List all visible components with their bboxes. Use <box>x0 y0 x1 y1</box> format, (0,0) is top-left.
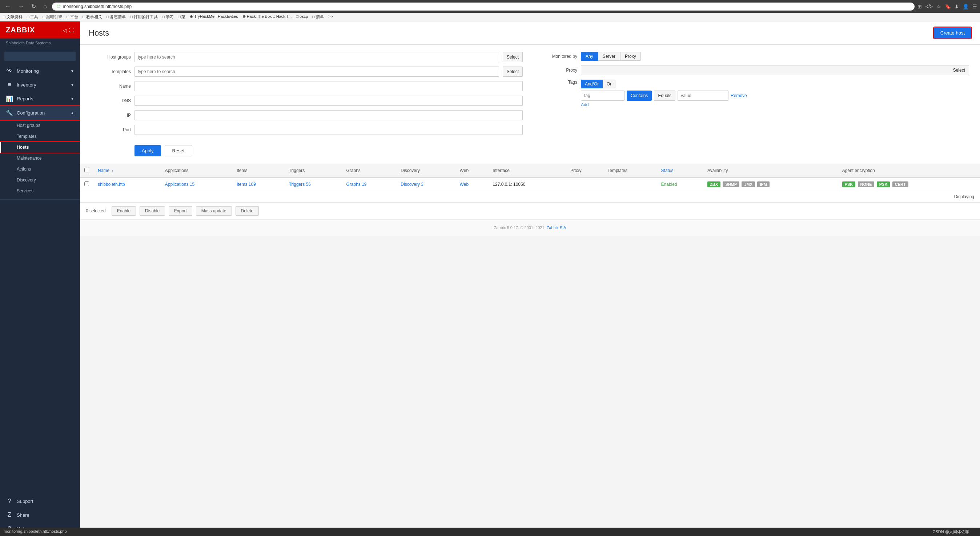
address-bar[interactable]: 🛡 monitoring.shibboleth.htb/hosts.php <box>52 3 915 11</box>
sidebar-item-monitoring[interactable]: 👁 Monitoring ▼ <box>0 64 80 78</box>
proxy-input[interactable] <box>581 65 950 75</box>
sidebar-item-support[interactable]: ? Support <box>0 494 80 508</box>
dns-input[interactable] <box>135 96 523 106</box>
sidebar-sub-maintenance[interactable]: Maintenance <box>0 153 80 164</box>
host-name-link[interactable]: shibboleth.htb <box>98 182 125 187</box>
bookmark-tryhackme[interactable]: ⊕ TryHackMe | Hacktivities <box>190 14 238 20</box>
th-web: Web <box>455 164 488 177</box>
app-container: ZABBIX ◁ ⛶ Shibboleth Data Systems 🔍 👁 M… <box>0 21 980 536</box>
disable-button[interactable]: Disable <box>140 206 165 215</box>
browser-chrome: ← → ↻ ⌂ 🛡 monitoring.shibboleth.htb/host… <box>0 0 980 13</box>
delete-button[interactable]: Delete <box>235 206 259 215</box>
sidebar-sub-discovery[interactable]: Discovery <box>0 175 80 185</box>
nav-forward-button[interactable]: → <box>16 3 26 11</box>
row-checkbox[interactable] <box>84 182 89 186</box>
menu-icon[interactable]: ☰ <box>972 4 977 10</box>
th-name[interactable]: Name ↑ <box>94 164 161 177</box>
reports-icon: 📊 <box>6 95 13 102</box>
proxy-select-button[interactable]: Select <box>950 65 969 75</box>
sidebar-search-input[interactable] <box>4 52 76 61</box>
tag-contains-button[interactable]: Contains <box>627 91 652 101</box>
footer-link[interactable]: Zabbix SIA <box>547 225 566 230</box>
sidebar-item-label: Inventory <box>17 82 36 88</box>
tag-or-button[interactable]: Or <box>603 80 616 88</box>
sidebar-item-inventory[interactable]: ≡ Inventory ▼ <box>0 78 80 92</box>
templates-input[interactable] <box>135 67 499 77</box>
user-icon[interactable]: 👤 <box>963 4 969 10</box>
sidebar-sub-templates[interactable]: Templates <box>0 131 80 142</box>
ip-input[interactable] <box>135 110 523 120</box>
sidebar-item-configuration[interactable]: 🔧 Configuration ▲ <box>0 106 80 120</box>
monitored-proxy-button[interactable]: Proxy <box>620 52 641 61</box>
expand-icon[interactable]: ⛶ <box>69 27 74 33</box>
th-discovery: Discovery <box>396 164 455 177</box>
bookmark-beiwang[interactable]: □ 备忘清单 <box>107 14 126 20</box>
sidebar-item-reports[interactable]: 📊 Reports ▼ <box>0 92 80 106</box>
sidebar-sub-host-groups[interactable]: Host groups <box>0 120 80 131</box>
graphs-count: 19 <box>362 182 366 187</box>
monitored-any-button[interactable]: Any <box>581 52 598 61</box>
nav-back-button[interactable]: ← <box>3 3 13 11</box>
bookmark-haoyong[interactable]: □ 好用的好工具 <box>130 14 158 20</box>
graphs-link[interactable]: Graphs 19 <box>346 182 366 187</box>
tag-remove-button[interactable]: Remove <box>731 93 747 98</box>
bookmark-qingdan[interactable]: □ 清单 <box>312 14 324 20</box>
star-icon[interactable]: ☆ <box>936 4 941 10</box>
sidebar-sub-hosts[interactable]: Hosts <box>0 142 80 153</box>
row-items: Items 109 <box>232 177 285 191</box>
download-icon[interactable]: ⬇ <box>955 4 959 10</box>
host-groups-input[interactable] <box>135 52 499 62</box>
bookmark-wenxian[interactable]: □ 文献资料 <box>3 14 22 20</box>
tag-value-input[interactable] <box>678 91 729 101</box>
nav-refresh-button[interactable]: ↻ <box>29 2 38 11</box>
bookmark-more[interactable]: >> <box>328 14 333 20</box>
filter-row-ip: IP <box>91 110 523 120</box>
web-link[interactable]: Web <box>460 182 469 187</box>
sidebar-item-share[interactable]: Z Share <box>0 508 80 522</box>
items-link[interactable]: Items 109 <box>237 182 256 187</box>
ipm-badge: IPM <box>757 182 770 187</box>
port-input[interactable] <box>135 125 523 135</box>
bookmark-hackthebox[interactable]: ⊕ Hack The Box :: Hack T... <box>242 14 292 20</box>
applications-link[interactable]: Applications 15 <box>165 182 194 187</box>
row-templates <box>603 177 657 191</box>
nav-home-button[interactable]: ⌂ <box>41 3 49 11</box>
templates-select-button[interactable]: Select <box>503 67 523 77</box>
export-button[interactable]: Export <box>169 206 192 215</box>
tag-add-button[interactable]: Add <box>581 102 589 107</box>
tag-equals-button[interactable]: Equals <box>654 91 675 101</box>
bookmark-oscp[interactable]: □ oscp <box>296 14 308 20</box>
sidebar-sub-services[interactable]: Services <box>0 185 80 196</box>
hosts-table: Name ↑ Applications Items Triggers Graph… <box>80 164 980 191</box>
select-all-checkbox[interactable] <box>84 168 89 172</box>
mass-update-button[interactable]: Mass update <box>196 206 232 215</box>
th-status[interactable]: Status <box>657 164 703 177</box>
sidebar-subtitle: Shibboleth Data Systems <box>0 38 80 49</box>
filter-row-monitored-by: Monitored by Any Server Proxy <box>537 52 969 61</box>
monitored-server-button[interactable]: Server <box>598 52 620 61</box>
triggers-link[interactable]: Triggers 56 <box>289 182 311 187</box>
bookmark-heiyin[interactable]: □ 黑暗引擎 <box>43 14 62 20</box>
discovery-link[interactable]: Discovery 3 <box>401 182 423 187</box>
apply-button[interactable]: Apply <box>135 145 161 156</box>
tag-name-input[interactable] <box>581 91 625 101</box>
proxy-label: Proxy <box>537 68 577 73</box>
filter-section: Host groups Select Templates Select Name <box>80 45 980 164</box>
bookmark-pingtai[interactable]: □ 平台 <box>67 14 78 20</box>
tag-andor-button[interactable]: And/Or <box>581 80 603 88</box>
bookmark-cai[interactable]: □ 菜 <box>178 14 186 20</box>
enable-button[interactable]: Enable <box>111 206 136 215</box>
host-groups-select-button[interactable]: Select <box>503 52 523 62</box>
translate-icon[interactable]: ⊞ <box>918 4 922 10</box>
bookmark-gongju[interactable]: □ 工具 <box>27 14 38 20</box>
collapse-icon[interactable]: ◁ <box>63 27 67 33</box>
create-host-button[interactable]: Create host <box>934 27 971 38</box>
row-status: Enabled <box>657 177 703 191</box>
code-icon[interactable]: </> <box>926 4 933 10</box>
bookmark-xuexi[interactable]: □ 学习 <box>162 14 174 20</box>
bookmark-jiaoxue[interactable]: □ 教学相关 <box>83 14 102 20</box>
name-input[interactable] <box>135 81 523 91</box>
bookmark-icon[interactable]: 🔖 <box>945 4 951 10</box>
reset-button[interactable]: Reset <box>165 145 192 156</box>
sidebar-sub-actions[interactable]: Actions <box>0 164 80 175</box>
